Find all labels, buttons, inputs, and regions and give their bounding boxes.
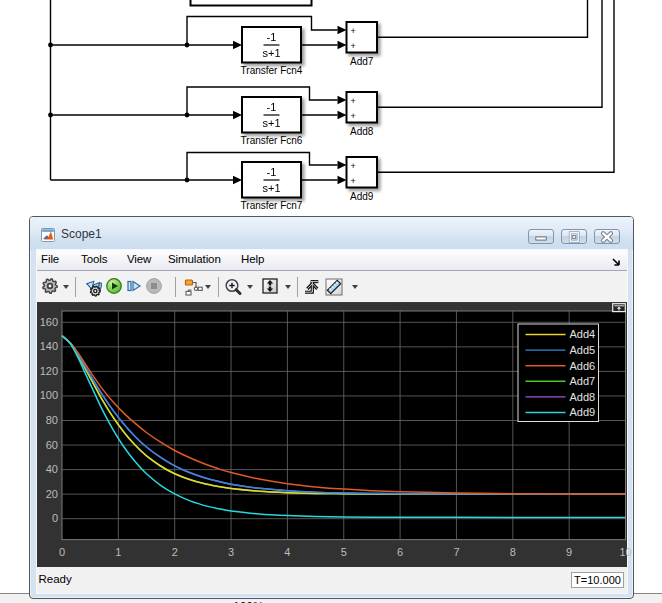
y-tick-label: 20 [46,488,58,500]
parameters-dropdown-arrow[interactable] [63,285,69,289]
signal-arrowhead [338,161,347,170]
signal-arrowhead [338,96,347,105]
status-text: Ready [39,573,72,585]
autoscale-dropdown-arrow[interactable] [285,285,291,289]
magnifier-handle [236,290,240,294]
transfer-fcn-block: -1s+1 [242,162,301,198]
simulink-diagram: -1s+1Transfer Fcn4++Add7-1s+1Transfer Fc… [0,0,662,216]
step-forward-button[interactable] [126,278,142,297]
diagram-row: -1s+1Transfer Fcn7++Add9 [241,157,377,211]
selector-node [194,287,197,290]
scope-window-icon [41,228,55,242]
x-tick-label: 9 [566,546,572,558]
x-tick-label: 1 [115,546,121,558]
scope-plot: 012345678910020406080100120140160Add4Add… [37,303,627,566]
tf-numerator: -1 [267,31,277,43]
autoscale-button[interactable] [262,278,278,297]
menu-item-view[interactable]: View [127,253,151,265]
save-axes-button[interactable] [303,278,320,297]
x-tick-label: 3 [228,546,234,558]
screenshot-stage: -1s+1Transfer Fcn4++Add7-1s+1Transfer Fc… [0,0,662,603]
y-tick-label: 40 [46,463,58,475]
button-glyph [562,230,587,244]
scope-statusbar: Ready T=10.000 [37,567,627,593]
menubar-dock-arrow[interactable] [612,258,621,267]
window-controls [528,229,620,244]
tf-label: Transfer Fcn7 [241,200,303,211]
transfer-fcn-block: -1s+1 [242,27,301,63]
menu-item-tools[interactable]: Tools [81,253,107,265]
signal-selector-dropdown-arrow[interactable] [205,285,211,289]
x-tick-label: 4 [284,546,290,558]
icon-canvas [106,278,122,294]
menu-item-help[interactable]: Help [241,253,264,265]
add-label: Add9 [350,191,374,202]
signal-arrowhead [338,41,347,50]
diagram-row: -1s+1Transfer Fcn4++Add7 [241,22,377,76]
gear-hole [48,284,53,289]
add-block: ++ [347,22,378,53]
toolbar-separator [75,277,76,297]
window-title: Scope1 [61,227,102,241]
tf-denominator: s+1 [262,47,280,59]
partial-block [191,0,312,6]
x-tick-label: 5 [341,546,347,558]
scope-titlebar[interactable]: Scope1 [30,217,633,250]
scope-menubar: FileToolsViewSimulationHelp [37,250,627,271]
zoom-dropdown-arrow[interactable] [247,285,253,289]
save-axes-arrow-icon [305,282,318,293]
tf-denominator: s+1 [262,117,280,129]
stop-square-icon [151,283,157,289]
button-glyph [595,230,620,244]
step-triangle-icon [133,282,140,291]
y-tick-label: 80 [46,414,58,426]
toolbar-separator [297,277,298,297]
zoom-button[interactable] [224,278,243,297]
simulation-time-box: T=10.000 [571,572,624,588]
toolbar-separator [218,277,219,297]
step-bar [128,282,131,291]
menu-item-file[interactable]: File [41,253,59,265]
stop-button[interactable] [146,278,162,297]
icon-canvas [183,278,203,297]
signal-arrowhead [338,26,347,35]
minimize-button[interactable] [528,229,554,244]
legend-label: Add7 [570,375,596,387]
selector-block-right [198,287,202,290]
tf-numerator: -1 [267,166,277,178]
legend-label: Add5 [570,344,596,356]
menu-item-simulation[interactable]: Simulation [168,253,221,265]
add-block: ++ [347,157,378,188]
scope-window: Scope1 FileToolsViewSimulationHelp 01234… [29,216,634,599]
signal-arrowhead [233,41,242,50]
expand-axes-button[interactable] [613,304,626,312]
icon-canvas [224,278,243,297]
signal-arrowhead [233,111,242,120]
add-block: ++ [347,92,378,123]
simulation-config-button[interactable] [83,278,102,297]
x-tick-label: 7 [453,546,459,558]
selector-block-bottom [186,291,191,295]
y-tick-label: 160 [40,316,58,328]
restore-button[interactable] [561,229,587,244]
icon-canvas [262,278,278,294]
branch-dot [48,113,53,118]
scope-toolbar [37,272,627,303]
close-button[interactable] [594,229,620,244]
parameters-button[interactable] [42,278,58,297]
play-button[interactable] [106,278,122,297]
restore-icon-core [573,235,576,238]
measurements-button[interactable] [325,278,343,297]
legend-label: Add8 [570,391,596,403]
tf-label: Transfer Fcn4 [241,65,303,76]
plus-sign: + [351,96,356,106]
x-tick-label: 8 [510,546,516,558]
signal-arrowhead [233,176,242,185]
tf-numerator: -1 [267,101,277,113]
measurements-dropdown-arrow[interactable] [352,285,358,289]
scope-plot-region: 012345678910020406080100120140160Add4Add… [37,303,627,567]
x-tick-label: 0 [59,546,65,558]
signal-selector-button[interactable] [183,278,203,297]
minimize-icon [536,236,547,239]
signal-line [377,0,602,107]
